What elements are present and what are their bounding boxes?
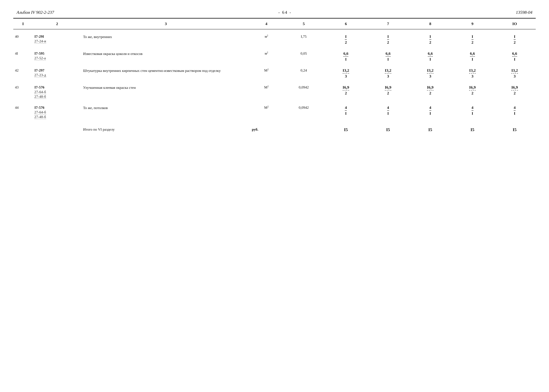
album-label: Альбом IV 902-2-237 [17,10,54,15]
itogo-unit: руб. [250,121,282,134]
row-unit: М2 [250,63,282,80]
row-value-col6: I3,23 [325,63,367,80]
table-row: 42I7-29727-23-дШтукатурка внутренних кир… [13,63,536,80]
row-code: I7-59527-52-а [33,46,81,63]
col-header-8: 8 [409,18,451,29]
row-value-col8: 6,6I [409,46,451,63]
row-number: 40 [13,29,33,46]
table-row: 4II7-59527-52-аИзвестковая окраска цокол… [13,46,536,63]
row-description: Известковая окраска цоколя и откосов [81,46,250,63]
itogo-label: Итого по VI разделу [81,121,250,134]
itogo-val-col7: I5 [367,121,409,134]
row-code: I7-57627-64-б27-48-б [33,80,81,100]
page: Альбом IV 902-2-237 - 64 - 13598-04 I 2 … [0,0,549,392]
col-header-2: 2 [33,18,81,29]
row-unit: м2 [250,29,282,46]
row-value-col8: I3,23 [409,63,451,80]
row-price: I,75 [282,29,325,46]
itogo-val-col8: I5 [409,121,451,134]
row-value-col8: I2 [409,29,451,46]
col-header-7: 7 [367,18,409,29]
col-header-9: 9 [451,18,493,29]
row-price: 0,05 [282,46,325,63]
col-header-3: 3 [81,18,250,29]
col-header-5: 5 [282,18,325,29]
col-header-6: 6 [325,18,367,29]
row-unit: М2 [250,80,282,100]
table-row: 40I7-29I27-24-иТо же, внутреннихм2I,75I2… [13,29,536,46]
row-value-col10: I3,23 [493,63,536,80]
row-value-col10: 6,6I [493,46,536,63]
row-price: 0,0942 [282,80,325,100]
row-value-col6: 4I [325,100,367,121]
row-description: Улучшенная клеевая окраска стен [81,80,250,100]
col-header-1: I [13,18,33,29]
row-value-col7: I6,92 [367,80,409,100]
col-header-4: 4 [250,18,282,29]
row-value-col9: 6,6I [451,46,493,63]
row-value-col7: I2 [367,29,409,46]
column-headers: I 2 3 4 5 6 7 8 9 IO [13,18,536,29]
row-value-col9: 4I [451,100,493,121]
itogo-val-col9: I5 [451,121,493,134]
row-unit: м2 [250,46,282,63]
row-value-col8: I6,92 [409,80,451,100]
row-code: I7-57627-64-б27-48-б [33,100,81,121]
row-code: I7-29I27-24-и [33,29,81,46]
row-description: Штукатурка внутренних кирпичных стен цем… [81,63,250,80]
table-row: 43I7-57627-64-б27-48-бУлучшенная клеевая… [13,80,536,100]
itogo-val-col10: I5 [493,121,536,134]
row-value-col7: 6,6I [367,46,409,63]
row-description: То же, внутренних [81,29,250,46]
row-price: 0,0942 [282,100,325,121]
page-header: Альбом IV 902-2-237 - 64 - 13598-04 [13,10,536,15]
table-row: 44I7-57627-64-б27-48-бТо же, потолковМ20… [13,100,536,121]
row-value-col9: I6,92 [451,80,493,100]
row-value-col9: I3,23 [451,63,493,80]
row-number: 4I [13,46,33,63]
itogo-row: Итого по VI разделуруб.I5I5I5I5I5 [13,121,536,134]
col-header-10: IO [493,18,536,29]
row-value-col7: I3,23 [367,63,409,80]
row-number: 43 [13,80,33,100]
row-value-col9: I2 [451,29,493,46]
row-number: 44 [13,100,33,121]
row-code: I7-29727-23-д [33,63,81,80]
row-unit: М2 [250,100,282,121]
row-value-col8: 4I [409,100,451,121]
row-value-col6: 6,6I [325,46,367,63]
row-description: То же, потолков [81,100,250,121]
main-table: I 2 3 4 5 6 7 8 9 IO 40I7-29I27-24-иТо ж… [13,18,536,134]
row-value-col6: I6,92 [325,80,367,100]
row-value-col10: I6,92 [493,80,536,100]
row-price: 0,24 [282,63,325,80]
row-value-col10: I2 [493,29,536,46]
itogo-val-col6: I5 [325,121,367,134]
row-value-col6: I2 [325,29,367,46]
page-number: - 64 - [278,10,291,15]
row-value-col10: 4I [493,100,536,121]
doc-number: 13598-04 [516,10,532,15]
row-value-col7: 4I [367,100,409,121]
row-number: 42 [13,63,33,80]
